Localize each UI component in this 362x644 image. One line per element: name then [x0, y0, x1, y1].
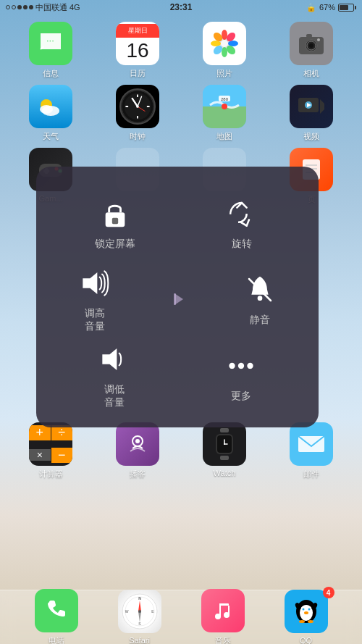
dock-qq[interactable]: 4 QQ: [281, 590, 332, 644]
app-weather[interactable]: 天气: [25, 85, 76, 142]
app-calculator-label: 计算器: [39, 469, 63, 480]
battery-icon: [338, 4, 356, 12]
calendar-day: 星期日: [116, 24, 159, 38]
app-maps[interactable]: 280 地图: [199, 85, 250, 142]
app-clock[interactable]: 时钟: [112, 85, 163, 142]
svg-point-2: [222, 30, 227, 40]
app-calculator[interactable]: + ÷ × − 计算器: [25, 422, 76, 480]
qq-badge: 4: [323, 587, 334, 598]
svg-point-10: [221, 40, 228, 47]
svg-point-16: [317, 38, 320, 41]
control-row-2: 调高音量 静音: [51, 261, 304, 337]
svg-point-5: [228, 41, 238, 46]
app-watch-label: Watch: [214, 469, 236, 477]
svg-text:···: ···: [46, 35, 54, 46]
app-photos-label: 照片: [216, 68, 232, 79]
svg-point-49: [135, 439, 140, 443]
svg-rect-85: [112, 217, 118, 223]
svg-point-4: [211, 41, 221, 46]
app-row-2: 天气: [0, 85, 362, 142]
volume-down-label: 调低音量: [104, 383, 125, 409]
lock-screen-button[interactable]: 锁定屏幕: [95, 196, 135, 251]
more-label: 更多: [231, 390, 251, 403]
svg-rect-51: [220, 456, 229, 460]
app-weather-label: 天气: [43, 131, 59, 142]
app-video[interactable]: 视频: [286, 85, 337, 142]
carrier-label: 中国联通: [35, 2, 67, 13]
svg-point-81: [308, 620, 313, 623]
dock: 电话 N S E W Safari: [0, 590, 362, 644]
volume-up-button[interactable]: 调高音量: [77, 265, 113, 333]
svg-marker-36: [320, 99, 324, 114]
svg-point-89: [258, 296, 263, 301]
network-label: 4G: [70, 3, 80, 12]
svg-point-79: [304, 611, 308, 614]
svg-point-29: [136, 105, 139, 108]
svg-rect-31: [203, 106, 246, 128]
control-row-1: 锁定屏幕 旋转: [51, 185, 304, 261]
mute-button[interactable]: 静音: [242, 272, 278, 327]
app-maps-label: 地图: [216, 131, 232, 142]
rotate-label: 旋转: [232, 238, 252, 251]
app-photos[interactable]: 照片: [199, 22, 250, 79]
battery-percent: 67%: [319, 3, 335, 12]
volume-up-label: 调高音量: [85, 307, 105, 333]
svg-point-14: [309, 43, 313, 48]
app-mail[interactable]: 邮件: [286, 422, 337, 480]
app-calendar-label: 日历: [130, 68, 146, 79]
time-label: 23:31: [170, 2, 193, 12]
svg-point-94: [247, 362, 253, 368]
svg-point-92: [229, 362, 235, 368]
signal-indicator: [6, 5, 33, 9]
svg-rect-68: [220, 603, 229, 606]
app-messages[interactable]: ··· 信息: [25, 22, 76, 79]
svg-text:W: W: [125, 609, 128, 614]
mute-label: 静音: [250, 314, 270, 327]
svg-point-71: [215, 614, 221, 619]
svg-text:280: 280: [221, 97, 229, 101]
svg-marker-86: [83, 272, 97, 294]
svg-point-78: [308, 609, 310, 611]
control-overlay: 锁定屏幕 旋转 调高音量: [36, 167, 319, 427]
calendar-date: 16: [126, 38, 148, 64]
back-button[interactable]: [164, 286, 190, 312]
dock-music[interactable]: 音乐: [198, 589, 248, 645]
app-watch[interactable]: Watch: [199, 422, 250, 480]
volume-down-button[interactable]: 调低音量: [96, 341, 132, 409]
app-clock-label: 时钟: [130, 131, 146, 142]
svg-rect-50: [220, 428, 229, 432]
app-camera-label: 相机: [303, 68, 319, 79]
svg-point-3: [222, 47, 227, 57]
dock-phone-label: 电话: [49, 635, 64, 645]
svg-marker-91: [102, 348, 117, 370]
status-right: 🔒 67%: [306, 3, 356, 12]
app-camera[interactable]: 相机: [286, 22, 337, 79]
svg-rect-15: [306, 34, 312, 38]
svg-point-72: [224, 612, 230, 618]
app-calendar[interactable]: 星期日 16 日历: [112, 22, 163, 79]
dock-phone[interactable]: 电话: [31, 589, 82, 645]
app-messages-label: 信息: [43, 68, 59, 79]
svg-point-19: [40, 105, 53, 114]
app-row-4: + ÷ × − 计算器 播客: [0, 422, 362, 480]
svg-point-77: [302, 609, 304, 611]
svg-rect-88: [174, 293, 176, 305]
svg-point-63: [138, 610, 141, 613]
dock-safari[interactable]: N S E W Safari: [114, 590, 165, 644]
svg-point-93: [237, 362, 243, 368]
status-bar: 中国联通 4G 23:31 🔒 67%: [0, 0, 362, 14]
app-podcast[interactable]: 播客: [112, 422, 163, 480]
app-mail-label: 邮件: [303, 469, 319, 480]
dock-music-label: 音乐: [215, 635, 231, 645]
app-row-1: ··· 信息 星期日 16 日历: [0, 22, 362, 79]
lock-icon: 🔒: [306, 3, 316, 12]
dock-safari-label: Safari: [129, 636, 150, 644]
rotate-button[interactable]: 旋转: [224, 196, 260, 251]
svg-point-80: [299, 620, 305, 623]
svg-point-34: [222, 104, 227, 109]
control-row-3: 调低音量 更多: [51, 337, 304, 413]
more-button[interactable]: 更多: [223, 348, 259, 403]
dock-qq-label: QQ: [300, 636, 312, 644]
svg-point-56: [224, 443, 225, 445]
lock-screen-label: 锁定屏幕: [95, 238, 135, 251]
